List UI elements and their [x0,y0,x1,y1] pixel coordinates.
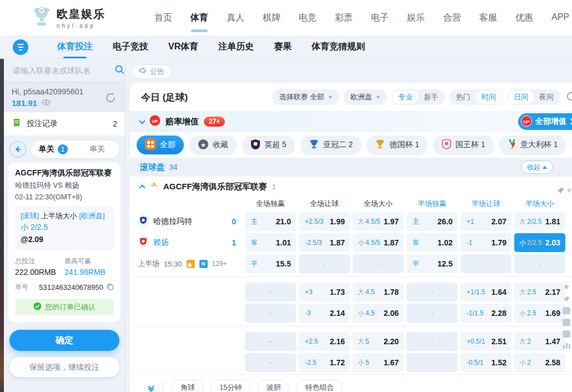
double-chevron-down-icon[interactable] [149,384,153,391]
odds-cell[interactable]: +12.07 [460,212,511,231]
pin-icon[interactable] [566,187,572,194]
topnav-item-5[interactable]: 彩票 [335,12,353,24]
footer-tab-3[interactable]: 特色组合 [296,380,343,392]
topnav-item-7[interactable]: 娱乐 [407,12,425,24]
widget-icon[interactable] [563,319,570,326]
site-logo[interactable]: 欧皇娱乐 ohyl.app [32,6,106,30]
league-chip-2[interactable]: 英超 5 [242,135,295,154]
night-option[interactable]: 夜间 [534,91,559,104]
refresh-icon[interactable] [565,90,572,105]
subnav-item-1[interactable]: 电子竞技 [113,41,148,53]
odds-cell[interactable]: -32.14 [299,304,350,323]
topnav-item-6[interactable]: 电子 [371,12,389,24]
logo-subtitle: ohyl.app [57,23,106,29]
odds-cell[interactable]: +2.5/31.99 [299,212,350,231]
announcement-pill[interactable]: 公告 [131,64,172,79]
tab-single[interactable]: 单关 1 [31,140,76,158]
footer-tab-1[interactable]: 15分钟 [210,380,250,392]
odds-cell[interactable]: 大52.20 [353,332,404,351]
topnav-item-1[interactable]: 体育 [190,12,208,24]
search-icon[interactable] [114,64,124,77]
back-button[interactable] [9,141,26,158]
bar-chart-icon[interactable] [563,342,570,349]
odds-type-select[interactable]: 欧洲盘 [344,89,387,105]
league-chip-1[interactable]: ★收藏 [189,135,237,154]
odds-cell-label: +0.5/1 [465,338,485,345]
eye-icon[interactable] [42,98,51,108]
odds-cell[interactable]: -11.79 [460,233,511,252]
odds-cell[interactable]: 大2/2.51.81 [514,212,565,231]
odds-cell[interactable]: 小2/2.52.03 [514,233,565,252]
league-chip-4[interactable]: 德国杯 1 [367,135,428,154]
topnav-item-9[interactable]: 客服 [479,12,497,24]
subnav-item-2[interactable]: VR体育 [168,41,198,53]
sort-hot[interactable]: 热门 [450,91,476,104]
odds-cell[interactable]: 客1.02 [407,233,458,252]
refresh-balance-icon[interactable] [104,91,117,107]
topnav-item-4[interactable]: 电竞 [299,12,317,24]
chevron-down-icon[interactable] [139,118,145,124]
subnav-item-5[interactable]: 体育竞猜规则 [312,41,365,53]
pin-icon[interactable] [563,295,570,303]
menu-icon[interactable] [13,39,28,55]
pin-icon[interactable] [557,187,565,194]
odds-cell[interactable]: 大2.52.17 [514,283,565,301]
odds-cell[interactable]: 小2.51.69 [514,304,565,323]
copy-icon[interactable] [107,283,114,293]
odds-cell[interactable]: 小4.5/51.87 [353,233,404,252]
odds-cell[interactable]: 平12.5 [407,254,458,273]
league-chip-0[interactable]: 全部 [137,135,184,154]
subnav-item-3[interactable]: 注单历史 [218,41,254,53]
odds-cell[interactable]: 小51.67 [353,353,404,372]
topnav-item-8[interactable]: 合营 [443,12,461,24]
odds-cell[interactable]: +2.52.16 [299,332,350,351]
confirm-button[interactable]: 确定 [9,330,119,351]
left-edge-strip [0,59,4,392]
footer-tab-2[interactable]: 波胆 [257,380,289,392]
odds-cell-value: 1.73 [330,288,345,296]
subnav-item-4[interactable]: 赛果 [274,41,292,53]
mode-novice[interactable]: 新手 [418,91,444,104]
svg-text:UP: UP [523,119,530,124]
league-chip-6[interactable]: 意大利杯 1 [499,135,566,154]
tab-parlay[interactable]: 串关 [76,140,120,158]
odds-cell[interactable]: 平15.5 [245,254,296,273]
widget-icon[interactable] [563,307,570,314]
footer-tab-0[interactable]: 角球 [172,380,204,392]
mode-pro[interactable]: 专业 [393,91,418,104]
star-icon[interactable]: ★ [563,282,570,291]
odds-cell[interactable]: 大21.47 [514,332,565,351]
chevron-up-icon[interactable] [139,184,145,190]
day-option[interactable]: 日间 [508,91,534,104]
odds-cell[interactable]: 小4.52.06 [353,304,404,323]
bet-record-row[interactable]: 投注记录 2 [4,112,125,135]
odds-cell[interactable]: 主26.0 [407,212,458,231]
odds-cell[interactable]: 小22.58 [514,353,565,372]
league-chip-5[interactable]: 国王杯 1 [433,135,494,154]
subnav-item-0[interactable]: 体育投注 [57,41,93,53]
topnav-item-11[interactable]: APP [551,12,569,24]
all-boost-button[interactable]: UP 全部增值 [518,113,572,130]
league-select[interactable]: 选择联赛 全部 [272,89,339,105]
odds-cell[interactable]: -0.5/11.52 [460,353,511,372]
topnav-item-10[interactable]: 优惠 [515,12,533,24]
odds-cell[interactable]: 客1.01 [245,233,296,252]
odds-cell[interactable]: +0.5/12.51 [460,332,511,351]
collapse-button[interactable]: 收起 [521,160,553,174]
topnav-item-0[interactable]: 首页 [154,12,172,24]
league-chip-3[interactable]: 亚冠二 2 [300,135,362,154]
odds-cell[interactable]: +31.73 [299,283,350,301]
keep-selection-button[interactable]: 保留选项，继续投注 [9,357,119,377]
odds-cell[interactable]: 主21.0 [245,212,296,231]
sort-time[interactable]: 时间 [476,91,501,104]
widget-icon[interactable] [563,330,570,338]
odds-cell[interactable]: -1/1.52.28 [460,304,511,323]
odds-cell[interactable]: -2.51.72 [299,353,350,372]
topnav-item-3[interactable]: 棋牌 [263,12,280,24]
odds-cell[interactable]: 大4.51.78 [353,283,404,301]
topnav-item-2[interactable]: 真人 [227,12,244,24]
odds-cell[interactable]: +1/1.51.64 [460,283,511,301]
odds-cell[interactable]: 大4.5/51.97 [353,212,404,231]
odds-cell[interactable]: -2.5/31.87 [299,233,350,252]
search-input[interactable] [12,66,114,76]
